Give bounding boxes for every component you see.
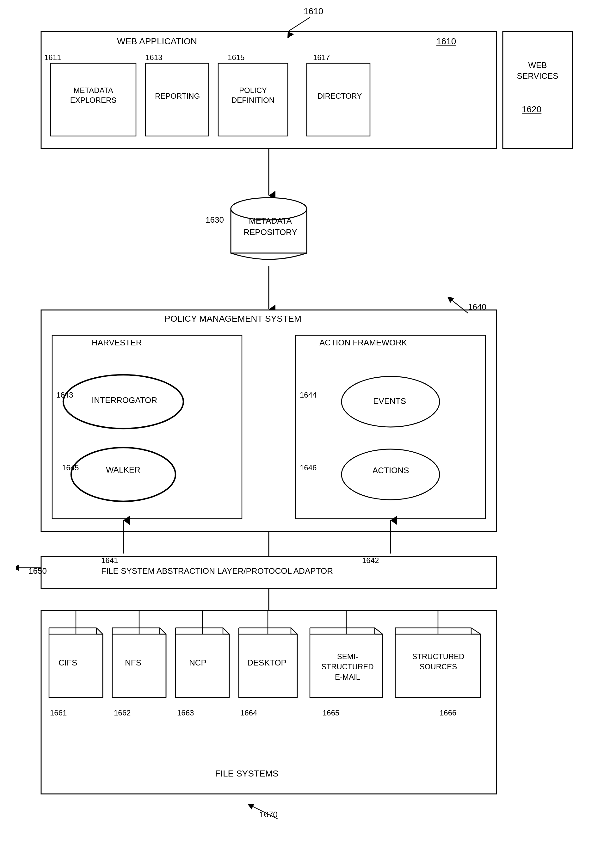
svg-line-81 xyxy=(288,17,310,32)
metadata-explorers-label: METADATAEXPLORERS xyxy=(51,85,135,105)
actions-label: ACTIONS xyxy=(372,465,409,476)
web-services-label: WEBSERVICES xyxy=(506,60,569,82)
svg-rect-14 xyxy=(52,335,242,519)
ref-1644: 1644 xyxy=(300,390,317,400)
ref-1643: 1643 xyxy=(56,390,73,400)
walker-label: WALKER xyxy=(106,465,140,475)
ref-1663: 1663 xyxy=(177,709,194,717)
ref-1611: 1611 xyxy=(44,53,61,62)
interrogator-label: INTERROGATOR xyxy=(92,395,157,405)
desktop-label: DESKTOP xyxy=(247,658,287,668)
svg-rect-25 xyxy=(41,610,497,794)
ref-1620: 1620 xyxy=(522,104,541,114)
web-app-label: WEB APPLICATION xyxy=(117,37,197,46)
ref-1666: 1666 xyxy=(439,709,456,717)
ncp-label: NCP xyxy=(189,658,206,668)
metadata-repo-label: METADATAREPOSITORY xyxy=(236,215,305,238)
svg-line-37 xyxy=(160,628,166,634)
events-label: EVENTS xyxy=(373,396,406,406)
ref-1615: 1615 xyxy=(228,53,244,62)
nfs-label: NFS xyxy=(125,658,141,668)
cifs-label: CIFS xyxy=(58,658,77,668)
ref-1617: 1617 xyxy=(313,53,330,62)
semi-structured-label: SEMI-STRUCTUREDE-MAIL xyxy=(313,651,382,682)
svg-line-45 xyxy=(223,628,229,634)
svg-line-82 xyxy=(452,300,468,313)
ref-1661: 1661 xyxy=(50,709,67,717)
svg-line-53 xyxy=(291,628,297,634)
svg-rect-4 xyxy=(503,32,572,149)
policy-def-label: POLICYDEFINITION xyxy=(219,85,287,105)
ref-1613: 1613 xyxy=(145,53,162,62)
svg-line-87 xyxy=(253,807,278,819)
ref-1630: 1630 xyxy=(206,215,224,225)
harvester-label: HARVESTER xyxy=(92,338,142,348)
reporting-label: REPORTING xyxy=(146,92,209,101)
ref-1642: 1642 xyxy=(362,556,379,565)
ref-1641: 1641 xyxy=(101,556,118,565)
svg-line-69 xyxy=(471,628,481,634)
ref-1646: 1646 xyxy=(300,464,317,472)
ref-1664: 1664 xyxy=(240,709,257,717)
diagram: 1610 WEB APPLICATION 1610 WEBSERVICES 16… xyxy=(0,0,616,854)
ref-1610: 1610 xyxy=(436,37,456,46)
file-systems-label: FILE SYSTEMS xyxy=(215,769,279,779)
pms-label: POLICY MANAGEMENT SYSTEM xyxy=(165,314,301,324)
action-fw-label: ACTION FRAMEWORK xyxy=(319,338,407,348)
svg-line-29 xyxy=(96,628,103,634)
svg-line-61 xyxy=(375,628,383,634)
structured-label: STRUCTUREDSOURCES xyxy=(397,651,480,672)
ref-1645: 1645 xyxy=(62,464,79,472)
ref-1600: 1610 xyxy=(303,6,323,17)
ref-1665: 1665 xyxy=(323,709,339,717)
ref-1662: 1662 xyxy=(114,709,131,717)
svg-rect-15 xyxy=(296,335,485,519)
directory-label: DIRECTORY xyxy=(308,92,371,101)
fs-abstraction-label: FILE SYSTEM ABSTRACTION LAYER/PROTOCOL A… xyxy=(101,566,333,576)
